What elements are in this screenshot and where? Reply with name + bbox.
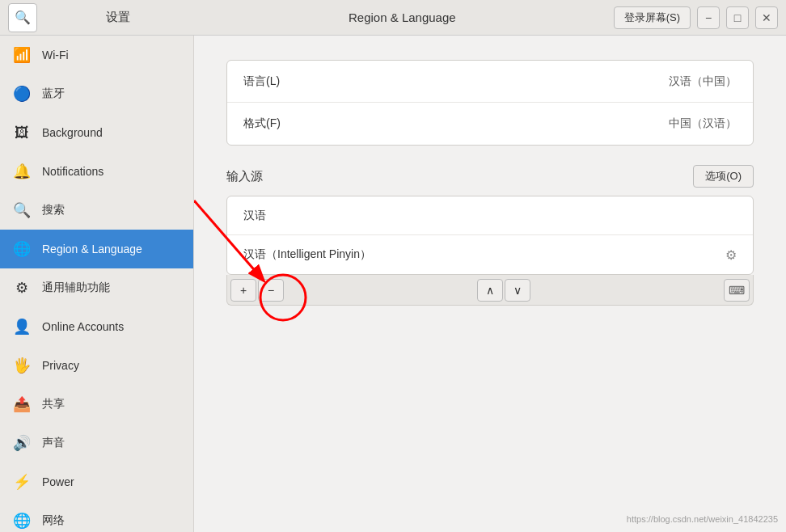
remove-input-source-button[interactable]: − [258,279,284,302]
search-icon: 🔍 [15,10,31,25]
input-source-1-label: 汉语 [243,209,737,223]
main-layout: 📶Wi-Fi🔵蓝牙🖼Background🔔Notifications🔍搜索🌐Re… [0,36,786,532]
accessibility-icon: ⚙ [13,279,31,297]
sidebar-item-label-background: Background [42,126,103,139]
network-icon: 🌐 [13,512,31,530]
bluetooth-icon: 🔵 [13,85,31,103]
sidebar-item-label-sound: 声音 [42,436,65,450]
sidebar-item-region-language[interactable]: 🌐Region & Language [0,230,193,268]
wifi-icon: 📶 [13,46,31,64]
share-icon: 📤 [13,395,31,413]
sidebar-item-label-accessibility: 通用辅助功能 [42,281,110,295]
lock-screen-button[interactable]: 登录屏幕(S) [614,6,691,29]
sidebar-item-privacy[interactable]: 🖐Privacy [0,346,193,385]
sidebar-item-network[interactable]: 🌐网络 [0,501,193,532]
sidebar-item-accessibility[interactable]: ⚙通用辅助功能 [0,268,193,307]
add-input-source-button[interactable]: + [230,279,256,302]
settings-icon[interactable]: ⚙ [725,247,737,263]
format-row[interactable]: 格式(F) 中国（汉语） [227,103,753,145]
sidebar-item-label-region-language: Region & Language [42,243,142,255]
sidebar-item-label-share: 共享 [42,397,65,412]
sidebar-item-label-online-accounts: Online Accounts [42,320,124,333]
background-icon: 🖼 [13,125,31,141]
window-controls: 登录屏幕(S) − □ ✕ [614,6,778,29]
sidebar-item-label-search: 搜索 [42,203,65,217]
sidebar-item-wifi[interactable]: 📶Wi-Fi [0,36,193,74]
titlebar: 🔍 设置 Region & Language 登录屏幕(S) − □ ✕ [0,0,786,36]
language-row[interactable]: 语言(L) 汉语（中国） [227,61,753,103]
keyboard-preview-button[interactable]: ⌨ [724,279,750,302]
watermark: https://blog.csdn.net/weixin_41842235 [627,514,778,524]
minimize-button[interactable]: − [697,6,720,29]
sidebar-item-sound[interactable]: 🔊声音 [0,424,193,462]
input-source-row-1[interactable]: 汉语 [227,196,753,235]
online-accounts-icon: 👤 [13,318,31,336]
privacy-icon: 🖐 [13,357,31,374]
sidebar-item-label-wifi: Wi-Fi [42,49,69,61]
format-value: 中国（汉语） [669,116,737,131]
search-button[interactable]: 🔍 [8,3,37,32]
input-sources-title: 输入源 [226,169,693,184]
notifications-icon: 🔔 [13,163,31,180]
search-icon: 🔍 [13,201,31,219]
region-language-icon: 🌐 [13,240,31,258]
power-icon: ⚡ [13,473,31,491]
sidebar-item-online-accounts[interactable]: 👤Online Accounts [0,307,193,346]
options-button[interactable]: 选项(O) [693,165,754,188]
input-sources-container: 汉语 汉语（Intelligent Pinyin） ⚙ + − ∧ ∨ ⌨ [226,196,754,306]
maximize-button[interactable]: □ [726,6,749,29]
move-down-button[interactable]: ∨ [505,279,530,302]
sidebar-item-label-bluetooth: 蓝牙 [42,87,65,101]
input-source-row-2[interactable]: 汉语（Intelligent Pinyin） ⚙ [227,235,753,274]
sidebar-item-share[interactable]: 📤共享 [0,385,193,424]
sidebar-item-power[interactable]: ⚡Power [0,462,193,501]
input-sources-box: 汉语 汉语（Intelligent Pinyin） ⚙ [226,196,754,275]
sidebar: 📶Wi-Fi🔵蓝牙🖼Background🔔Notifications🔍搜索🌐Re… [0,36,194,532]
sidebar-item-notifications[interactable]: 🔔Notifications [0,152,193,191]
sidebar-item-background[interactable]: 🖼Background [0,113,193,152]
sidebar-item-label-privacy: Privacy [42,359,79,372]
input-toolbar: + − ∧ ∨ ⌨ [226,275,754,306]
language-format-box: 语言(L) 汉语（中国） 格式(F) 中国（汉语） [226,60,754,146]
sound-icon: 🔊 [13,434,31,452]
sidebar-item-label-network: 网络 [42,513,65,528]
input-source-2-label: 汉语（Intelligent Pinyin） [243,247,725,262]
sidebar-item-search[interactable]: 🔍搜索 [0,191,193,230]
format-label: 格式(F) [243,116,669,131]
sidebar-item-label-power: Power [42,475,74,488]
close-button[interactable]: ✕ [755,6,778,29]
page-title: Region & Language [191,11,614,24]
app-name: 设置 [45,10,191,25]
language-label: 语言(L) [243,74,669,89]
content-area: 语言(L) 汉语（中国） 格式(F) 中国（汉语） 输入源 选项(O) 汉语 汉… [194,36,786,532]
language-value: 汉语（中国） [669,74,737,89]
move-up-button[interactable]: ∧ [477,279,503,302]
sidebar-item-label-notifications: Notifications [42,165,104,178]
sidebar-item-bluetooth[interactable]: 🔵蓝牙 [0,74,193,113]
input-sources-header: 输入源 选项(O) [226,165,754,188]
